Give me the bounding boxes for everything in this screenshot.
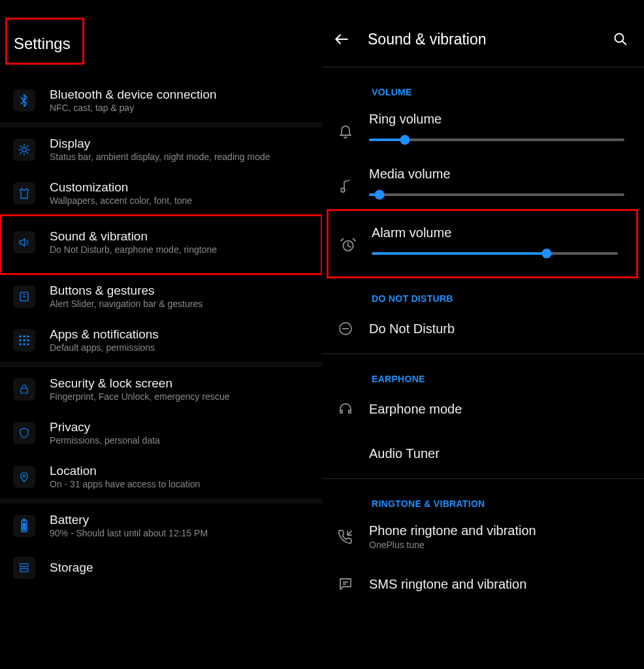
svg-rect-3 bbox=[24, 335, 25, 337]
media-volume-slider[interactable] bbox=[369, 193, 624, 196]
bluetooth-icon bbox=[13, 90, 35, 112]
alarm-clock-icon bbox=[338, 235, 359, 255]
battery-row[interactable]: Battery 90% - Should last until about 12… bbox=[0, 504, 322, 547]
privacy-row[interactable]: Privacy Permissions, personal data bbox=[0, 411, 322, 455]
earphone-mode-row[interactable]: Earphone mode bbox=[322, 387, 644, 431]
svg-rect-14 bbox=[23, 519, 25, 521]
sms-ringtone-row[interactable]: SMS ringtone and vibration bbox=[322, 562, 644, 606]
row-sub: Do Not Disturb, earphone mode, ringtone bbox=[50, 244, 314, 255]
battery-icon bbox=[13, 515, 35, 537]
location-row[interactable]: Location On - 31 apps have access to loc… bbox=[0, 455, 322, 498]
svg-rect-15 bbox=[23, 523, 26, 530]
brightness-icon bbox=[13, 139, 35, 161]
row-sub: Alert Slider, navigation bar & gestures bbox=[50, 299, 314, 309]
buttons-gestures-row[interactable]: Buttons & gestures Alert Slider, navigat… bbox=[0, 274, 322, 318]
apps-notifications-row[interactable]: Apps & notifications Default apps, permi… bbox=[0, 318, 322, 362]
row-title: Privacy bbox=[50, 420, 314, 434]
svg-rect-9 bbox=[24, 343, 25, 345]
ringtone-section-label: RINGTONE & VIBRATION bbox=[322, 479, 644, 512]
speaker-icon bbox=[13, 231, 35, 253]
row-title: Storage bbox=[50, 561, 314, 575]
message-icon bbox=[335, 574, 356, 595]
earphone-section-label: EARPHONE bbox=[322, 354, 644, 387]
bluetooth-row[interactable]: Bluetooth & device connection NFC, cast,… bbox=[0, 78, 322, 122]
music-note-icon bbox=[335, 176, 356, 197]
spacer-icon bbox=[335, 443, 356, 464]
svg-rect-7 bbox=[27, 339, 29, 341]
svg-point-12 bbox=[23, 474, 25, 477]
settings-list: Bluetooth & device connection NFC, cast,… bbox=[0, 78, 322, 588]
settings-title-highlight: Settings bbox=[5, 18, 84, 65]
storage-icon bbox=[13, 557, 35, 579]
row-title: Battery bbox=[50, 513, 314, 527]
gestures-icon bbox=[13, 286, 35, 308]
row-sub: Wallpapers, accent color, font, tone bbox=[50, 195, 314, 206]
dnd-section-label: DO NOT DISTURB bbox=[322, 278, 644, 306]
row-sub: Default apps, permissions bbox=[50, 342, 314, 353]
svg-rect-6 bbox=[24, 339, 25, 341]
security-row[interactable]: Security & lock screen Fingerprint, Face… bbox=[0, 367, 322, 411]
bell-icon bbox=[335, 121, 356, 142]
slider-label: Media volume bbox=[369, 167, 624, 182]
row-title: Customization bbox=[50, 180, 314, 195]
pin-icon bbox=[13, 466, 35, 488]
storage-row[interactable]: Storage bbox=[0, 547, 322, 588]
sound-vibration-panel: Sound & vibration VOLUME Ring volume bbox=[322, 0, 644, 669]
svg-rect-5 bbox=[20, 339, 22, 341]
dnd-row[interactable]: Do Not Disturb bbox=[322, 306, 644, 351]
svg-rect-4 bbox=[27, 335, 29, 337]
ring-volume-row: Ring volume bbox=[322, 100, 644, 155]
svg-rect-2 bbox=[20, 335, 22, 337]
customization-row[interactable]: Customization Wallpapers, accent color, … bbox=[0, 171, 322, 215]
volume-section-label: VOLUME bbox=[322, 67, 644, 100]
back-button[interactable] bbox=[331, 29, 352, 50]
row-title: SMS ringtone and vibration bbox=[369, 577, 624, 592]
headphones-icon bbox=[335, 399, 356, 419]
svg-rect-16 bbox=[20, 564, 28, 567]
page-title: Settings bbox=[7, 20, 82, 63]
slider-label: Alarm volume bbox=[372, 225, 618, 240]
row-sub: Status bar, ambient display, night mode,… bbox=[50, 152, 314, 162]
lock-icon bbox=[13, 378, 35, 400]
row-title: Buttons & gestures bbox=[50, 284, 314, 298]
display-row[interactable]: Display Status bar, ambient display, nig… bbox=[0, 127, 322, 171]
svg-rect-8 bbox=[20, 343, 22, 345]
search-button[interactable] bbox=[613, 31, 628, 47]
row-title: Apps & notifications bbox=[50, 327, 314, 342]
row-title: Do Not Disturb bbox=[369, 321, 624, 336]
svg-rect-11 bbox=[21, 388, 28, 393]
row-title: Security & lock screen bbox=[50, 376, 314, 391]
row-sub: NFC, cast, tap & pay bbox=[50, 103, 314, 113]
incoming-call-icon bbox=[335, 527, 356, 547]
alarm-volume-row: Alarm volume bbox=[327, 210, 637, 278]
apps-icon bbox=[13, 329, 35, 351]
row-title: Phone ringtone and vibration bbox=[369, 523, 624, 538]
phone-ringtone-row[interactable]: Phone ringtone and vibration OnePlus tun… bbox=[322, 512, 644, 562]
svg-point-0 bbox=[22, 147, 27, 152]
row-title: Location bbox=[50, 464, 314, 478]
row-sub: On - 31 apps have access to location bbox=[50, 479, 314, 489]
row-sub: Fingerprint, Face Unlock, emergency resc… bbox=[50, 391, 314, 402]
row-title: Bluetooth & device connection bbox=[50, 88, 314, 102]
row-title: Display bbox=[50, 137, 314, 151]
svg-rect-17 bbox=[20, 569, 28, 572]
alarm-volume-slider[interactable] bbox=[372, 252, 618, 255]
detail-header: Sound & vibration bbox=[322, 0, 644, 67]
sound-vibration-row[interactable]: Sound & vibration Do Not Disturb, earpho… bbox=[0, 215, 322, 274]
shield-icon bbox=[13, 422, 35, 444]
row-sub: OnePlus tune bbox=[369, 540, 624, 550]
slider-label: Ring volume bbox=[369, 112, 624, 127]
row-title: Sound & vibration bbox=[50, 229, 314, 244]
media-volume-row: Media volume bbox=[322, 155, 644, 210]
row-sub: Permissions, personal data bbox=[50, 435, 314, 446]
settings-panel: Settings Bluetooth & device connection N… bbox=[0, 0, 322, 669]
row-sub: 90% - Should last until about 12:15 PM bbox=[50, 528, 314, 538]
audio-tuner-row[interactable]: Audio Tuner bbox=[322, 431, 644, 476]
svg-rect-10 bbox=[27, 343, 29, 345]
row-title: Audio Tuner bbox=[369, 446, 624, 461]
shirt-icon bbox=[13, 182, 35, 204]
ring-volume-slider[interactable] bbox=[369, 139, 624, 141]
dnd-icon bbox=[335, 318, 356, 339]
detail-title: Sound & vibration bbox=[368, 31, 597, 48]
row-title: Earphone mode bbox=[369, 402, 624, 417]
